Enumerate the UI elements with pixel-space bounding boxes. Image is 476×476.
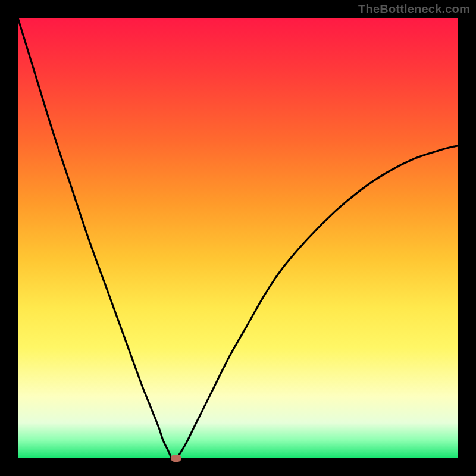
watermark-text: TheBottleneck.com: [358, 2, 470, 16]
curve-svg: [18, 18, 458, 458]
plot-area: [18, 18, 458, 458]
optimum-marker: [171, 455, 181, 462]
bottleneck-curve: [18, 18, 458, 458]
chart-frame: TheBottleneck.com: [0, 0, 476, 476]
